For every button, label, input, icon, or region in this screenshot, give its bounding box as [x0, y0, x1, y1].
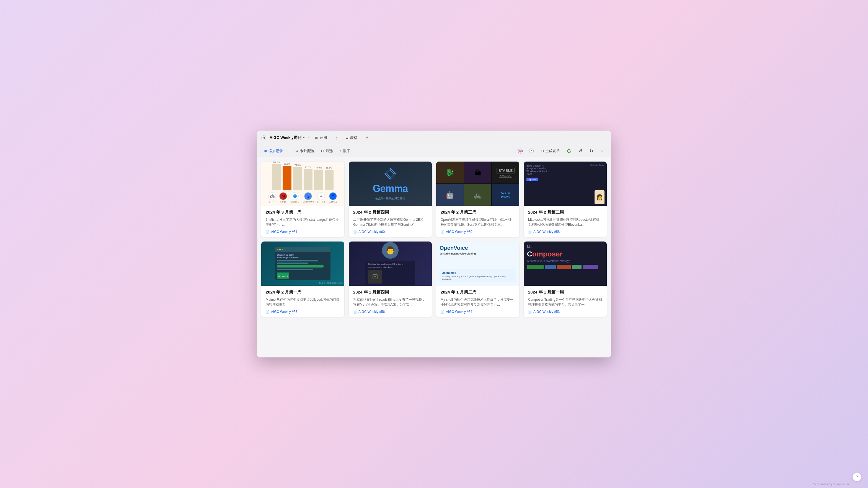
card-body-2: 2024 年 2 月第四周 1. 谷歌开源了两个新的大语言模型Gemma 2B和…: [349, 206, 432, 237]
tab-table[interactable]: ≡ 表格: [343, 134, 360, 141]
meta-visualization: 👨 I believe the next major AI frontier i…: [349, 241, 432, 286]
card-desc-4: MLblocks:可视化构建想处理流程ReductoAI:解析文档块优化向量数据…: [528, 217, 602, 227]
svg-point-2: [520, 151, 521, 152]
card-weekly-59[interactable]: 🐉 🏔 STABLE CASCADE 🤖 🚲 Join the Discord: [436, 162, 519, 237]
card-title-1: 2024 年 3 月第一周: [266, 210, 340, 215]
composer-meet-text: Meet: [527, 245, 603, 249]
redo-button[interactable]: ↻: [587, 147, 596, 156]
card-link-7[interactable]: 📄 AIGC Weekly #54: [441, 310, 515, 314]
title-divider: /: [308, 135, 309, 140]
openvoice-desc: Instantly clone any voice to generate sp…: [442, 275, 514, 280]
tab-more-icon[interactable]: ⋮: [333, 134, 340, 141]
card-body-4: 2024 年 2 月第二周 MLblocks:可视化构建想处理流程Reducto…: [524, 206, 607, 237]
database-title[interactable]: AIGC Weekly周刊 ▾: [270, 135, 305, 140]
title-chevron-icon: ▾: [303, 136, 305, 139]
doc-icon-5: 📄: [266, 310, 270, 314]
card-link-6[interactable]: 📄 AIGC Weekly #56: [353, 310, 427, 314]
card-desc-5: Maimo:从任何内容中提取要点Jellypod:将你的订阅内容变成播客...: [266, 297, 340, 307]
filter-button[interactable]: ⊟ 筛选: [318, 147, 336, 155]
card-weekly-58[interactable]: Build Custom AIImage ProcessingWorkflows…: [524, 162, 607, 237]
card-body-8: 2024 年 1 月第一周 Composer Trading是一个旨在彻底改变个…: [524, 286, 607, 317]
add-tab-button[interactable]: +: [364, 134, 371, 142]
openvoice-tagline: Versatile Instant Voice Cloning: [439, 252, 516, 255]
card-title-8: 2024 年 1 月第一周: [528, 290, 602, 295]
tab-gallery-label: 画册: [320, 135, 327, 140]
doc-icon-8: 📄: [528, 310, 532, 314]
mlblocks-person: 👩: [594, 190, 604, 204]
tab-gallery[interactable]: ⊞ 画册: [312, 134, 330, 141]
card-link-8[interactable]: 📄 AIGC Weekly #53: [528, 310, 602, 314]
doc-icon-2: 📄: [353, 230, 357, 234]
card-image-6: 👨 I believe the next major AI frontier i…: [349, 241, 432, 286]
card-link-3[interactable]: 📄 AIGC Weekly #59: [441, 230, 515, 234]
card-image-3: 🐉 🏔 STABLE CASCADE 🤖 🚲 Join the Discord: [436, 162, 519, 206]
sort-button[interactable]: ↕ 排序: [337, 147, 352, 155]
doc-icon-3: 📄: [441, 230, 444, 234]
card-link-4[interactable]: 📄 AIGC Weekly #58: [528, 230, 602, 234]
openvoice-demo-box: OpenVoice Instantly clone any voice to g…: [439, 269, 516, 283]
card-title-7: 2024 年 1 月第二周: [441, 290, 515, 295]
generate-icon: ⊡: [541, 149, 544, 153]
gemma-diamond-icon: [383, 167, 397, 181]
filter-label: 筛选: [326, 149, 333, 154]
card-link-text-6: AIGC Weekly #56: [359, 310, 385, 314]
card-link-text-4: AIGC Weekly #58: [533, 230, 560, 234]
refresh-button[interactable]: [565, 147, 574, 156]
card-body-3: 2024 年 2 月第三周 OpenAI发布了视频生成模型Sora,可以生成1分…: [436, 206, 519, 237]
filter-icon: ⊟: [321, 149, 324, 153]
toolbar-left-actions: ⊕ 添加记录 ⚙ 卡片配置 ⊟ 筛选 ↕ 排序: [261, 147, 515, 155]
card-link-5[interactable]: 📄 AIGC Weekly #57: [266, 310, 340, 314]
sora-visualization: 🐉 🏔 STABLE CASCADE 🤖 🚲 Join the Discord: [436, 162, 519, 206]
composer-subtitle: Automate your investment strategy: [527, 259, 603, 263]
card-config-button[interactable]: ⚙ 卡片配置: [292, 147, 317, 155]
doc-icon-7: 📄: [441, 310, 444, 314]
titlebar: ◀ AIGC Weekly周刊 ▾ / ⊞ 画册 ⋮ ≡ 表格 +: [257, 131, 611, 145]
card-title-5: 2024 年 2 月第一周: [266, 290, 340, 295]
card-link-2[interactable]: 📄 AIGC Weekly #60: [353, 230, 427, 234]
mlblocks-visualization: Build Custom AIImage ProcessingWorkflows…: [524, 162, 607, 206]
card-title-2: 2024 年 2 月第四周: [353, 210, 427, 215]
openvoice-brand: OpenVoice: [439, 245, 516, 251]
card-link-text-3: AIGC Weekly #59: [446, 230, 472, 234]
card-image-8: Meet Composer Automate your investment s…: [524, 241, 607, 286]
card-image-2: Gemma 公众号 · 辞鹰的AI工具箱: [349, 162, 432, 206]
meta-content: 👨 I believe the next major AI frontier i…: [365, 242, 415, 285]
chart-icons-row: 🤖 GPT-4 M Large 🔷 Claude 2: [268, 192, 337, 203]
card-weekly-60[interactable]: Gemma 公众号 · 辞鹰的AI工具箱 2024 年 2 月第四周 1. 谷歌…: [349, 162, 432, 237]
card-weekly-53[interactable]: Meet Composer Automate your investment s…: [524, 241, 607, 317]
sidebar-toggle[interactable]: ◀: [261, 135, 266, 140]
sort-label: 排序: [343, 149, 350, 154]
generate-list-button[interactable]: ⊡ 生成表单: [538, 147, 562, 155]
title-text: AIGC Weekly周刊: [270, 135, 302, 140]
content-area: 86.4% 81.2% 78.5%: [257, 157, 611, 357]
chart-visualization: 86.4% 81.2% 78.5%: [261, 162, 344, 206]
card-desc-1: 1. Mistral推出了新的大模型Mistral Large,性能仅次于GPT…: [266, 217, 340, 227]
openvoice-title-sm: OpenVoice: [442, 271, 514, 274]
undo-icon: ↺: [579, 148, 582, 154]
history-icon: 🕐: [529, 148, 534, 154]
card-weekly-57[interactable]: Streamline dailyknowledge workflow Get s…: [261, 241, 344, 317]
meta-avatar: 👨: [382, 242, 399, 259]
card-link-text-1: AIGC Weekly #61: [271, 230, 297, 234]
menu-icon: ≡: [601, 149, 603, 154]
card-link-1[interactable]: 📄 AIGC Weekly #61: [266, 230, 340, 234]
undo-button[interactable]: ↺: [576, 147, 585, 156]
composer-logo: Composer: [527, 250, 603, 258]
card-link-text-8: AIGC Weekly #53: [533, 310, 560, 314]
menu-icon-button[interactable]: ≡: [598, 147, 607, 156]
card-weekly-61[interactable]: 86.4% 81.2% 78.5%: [261, 162, 344, 237]
help-button[interactable]: ?: [852, 473, 861, 481]
card-weekly-56[interactable]: 👨 I believe the next major AI frontier i…: [349, 241, 432, 317]
mlblocks-demo-text: 1 Minute Demo: [590, 164, 604, 166]
card-grid: 86.4% 81.2% 78.5%: [261, 162, 607, 317]
add-record-button[interactable]: ⊕ 添加记录: [261, 147, 286, 155]
ai-icon-button[interactable]: [516, 147, 525, 156]
card-desc-6: 扎克伯格在他的threads和Ins上发布了一段视频，宣布Meta将会致力于实现…: [353, 297, 427, 307]
card-link-text-5: AIGC Weekly #57: [271, 310, 297, 314]
card-image-5: Streamline dailyknowledge workflow Get s…: [261, 241, 344, 286]
card-title-3: 2024 年 2 月第三周: [441, 210, 515, 215]
maimo-visualization: Streamline dailyknowledge workflow Get s…: [261, 241, 344, 286]
toolbar: ⊕ 添加记录 ⚙ 卡片配置 ⊟ 筛选 ↕ 排序: [257, 145, 611, 157]
history-icon-button[interactable]: 🕐: [527, 147, 536, 156]
card-weekly-54[interactable]: OpenVoice Versatile Instant Voice Clonin…: [436, 241, 519, 317]
